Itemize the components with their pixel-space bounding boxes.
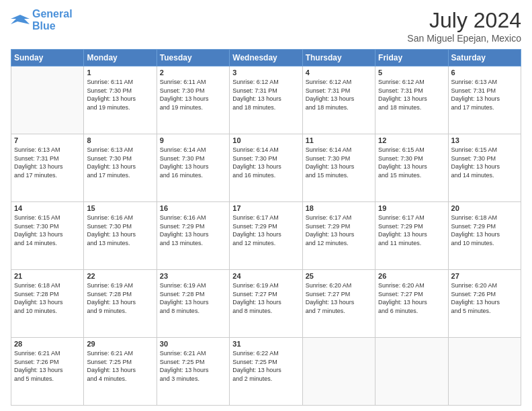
calendar-cell: 27Sunrise: 6:20 AMSunset: 7:26 PMDayligh…: [448, 270, 521, 338]
day-info: Sunrise: 6:20 AMSunset: 7:27 PMDaylight:…: [306, 281, 372, 315]
day-number: 15: [87, 204, 153, 212]
day-info: Sunrise: 6:20 AMSunset: 7:27 PMDaylight:…: [378, 281, 445, 315]
day-number: 10: [232, 136, 299, 144]
calendar-cell: 19Sunrise: 6:17 AMSunset: 7:29 PMDayligh…: [375, 202, 448, 270]
calendar-cell: 18Sunrise: 6:17 AMSunset: 7:29 PMDayligh…: [302, 202, 375, 270]
day-number: 1: [87, 68, 153, 77]
day-info: Sunrise: 6:15 AMSunset: 7:30 PMDaylight:…: [378, 146, 445, 179]
logo-text: General Blue: [32, 8, 73, 32]
calendar-cell: 3Sunrise: 6:12 AMSunset: 7:31 PMDaylight…: [230, 66, 302, 134]
day-info: Sunrise: 6:21 AMSunset: 7:25 PMDaylight:…: [87, 349, 153, 383]
day-info: Sunrise: 6:11 AMSunset: 7:30 PMDaylight:…: [160, 78, 226, 111]
calendar-cell: [11, 66, 84, 134]
col-sunday: Sunday: [11, 50, 84, 66]
day-number: 8: [87, 136, 153, 144]
col-friday: Friday: [375, 50, 448, 66]
day-number: 28: [14, 340, 81, 348]
day-info: Sunrise: 6:18 AMSunset: 7:28 PMDaylight:…: [14, 281, 81, 315]
day-info: Sunrise: 6:15 AMSunset: 7:30 PMDaylight:…: [451, 146, 518, 179]
day-number: 31: [232, 340, 299, 348]
day-number: 21: [14, 272, 81, 280]
day-info: Sunrise: 6:19 AMSunset: 7:27 PMDaylight:…: [232, 281, 299, 315]
day-info: Sunrise: 6:21 AMSunset: 7:26 PMDaylight:…: [14, 349, 81, 383]
calendar-cell: 2Sunrise: 6:11 AMSunset: 7:30 PMDaylight…: [157, 66, 229, 134]
calendar-cell: 17Sunrise: 6:17 AMSunset: 7:29 PMDayligh…: [230, 202, 302, 270]
svg-marker-0: [11, 15, 30, 24]
col-saturday: Saturday: [448, 50, 521, 66]
logo-bird-icon: [11, 12, 30, 28]
day-number: 25: [306, 272, 372, 280]
day-number: 26: [378, 272, 445, 280]
day-info: Sunrise: 6:11 AMSunset: 7:30 PMDaylight:…: [87, 78, 153, 111]
day-info: Sunrise: 6:17 AMSunset: 7:29 PMDaylight:…: [306, 214, 372, 247]
calendar-cell: 21Sunrise: 6:18 AMSunset: 7:28 PMDayligh…: [11, 270, 84, 338]
day-info: Sunrise: 6:13 AMSunset: 7:31 PMDaylight:…: [14, 146, 81, 179]
day-number: 2: [160, 68, 226, 77]
day-info: Sunrise: 6:19 AMSunset: 7:28 PMDaylight:…: [87, 281, 153, 315]
day-number: 5: [378, 68, 445, 77]
calendar-cell: [448, 338, 521, 406]
day-number: 16: [160, 204, 226, 212]
day-number: 3: [232, 68, 299, 77]
day-number: 7: [14, 136, 81, 144]
col-tuesday: Tuesday: [157, 50, 229, 66]
day-number: 19: [378, 204, 445, 212]
day-info: Sunrise: 6:13 AMSunset: 7:30 PMDaylight:…: [87, 146, 153, 179]
calendar-table: Sunday Monday Tuesday Wednesday Thursday…: [11, 49, 521, 406]
day-number: 29: [87, 340, 153, 348]
col-thursday: Thursday: [302, 50, 375, 66]
calendar-cell: 7Sunrise: 6:13 AMSunset: 7:31 PMDaylight…: [11, 134, 84, 202]
calendar-cell: 9Sunrise: 6:14 AMSunset: 7:30 PMDaylight…: [157, 134, 229, 202]
calendar-cell: 10Sunrise: 6:14 AMSunset: 7:30 PMDayligh…: [230, 134, 302, 202]
day-info: Sunrise: 6:14 AMSunset: 7:30 PMDaylight:…: [306, 146, 372, 179]
day-info: Sunrise: 6:12 AMSunset: 7:31 PMDaylight:…: [306, 78, 372, 111]
logo-line2: Blue: [32, 20, 56, 32]
calendar-cell: 29Sunrise: 6:21 AMSunset: 7:25 PMDayligh…: [84, 338, 157, 406]
page: General Blue July 2024 San Miguel Epejan…: [0, 0, 532, 411]
title-block: July 2024 San Miguel Epejan, Mexico: [407, 8, 521, 44]
day-number: 13: [451, 136, 518, 144]
header: General Blue July 2024 San Miguel Epejan…: [11, 8, 521, 44]
day-number: 30: [160, 340, 226, 348]
calendar-cell: 8Sunrise: 6:13 AMSunset: 7:30 PMDaylight…: [84, 134, 157, 202]
day-info: Sunrise: 6:18 AMSunset: 7:29 PMDaylight:…: [451, 214, 518, 247]
col-monday: Monday: [84, 50, 157, 66]
calendar: Sunday Monday Tuesday Wednesday Thursday…: [11, 49, 521, 406]
logo-line1: General: [32, 8, 73, 19]
day-number: 20: [451, 204, 518, 212]
day-info: Sunrise: 6:19 AMSunset: 7:28 PMDaylight:…: [160, 281, 226, 315]
day-number: 24: [232, 272, 299, 280]
day-info: Sunrise: 6:20 AMSunset: 7:26 PMDaylight:…: [451, 281, 518, 315]
calendar-week-4: 21Sunrise: 6:18 AMSunset: 7:28 PMDayligh…: [11, 270, 521, 338]
day-info: Sunrise: 6:13 AMSunset: 7:31 PMDaylight:…: [451, 78, 518, 111]
day-info: Sunrise: 6:14 AMSunset: 7:30 PMDaylight:…: [160, 146, 226, 179]
calendar-week-1: 1Sunrise: 6:11 AMSunset: 7:30 PMDaylight…: [11, 66, 521, 134]
month-title: July 2024: [407, 8, 521, 33]
calendar-cell: 6Sunrise: 6:13 AMSunset: 7:31 PMDaylight…: [448, 66, 521, 134]
header-row: Sunday Monday Tuesday Wednesday Thursday…: [11, 50, 521, 66]
calendar-week-5: 28Sunrise: 6:21 AMSunset: 7:26 PMDayligh…: [11, 338, 521, 406]
calendar-cell: 25Sunrise: 6:20 AMSunset: 7:27 PMDayligh…: [302, 270, 375, 338]
day-info: Sunrise: 6:16 AMSunset: 7:29 PMDaylight:…: [160, 214, 226, 247]
calendar-cell: 16Sunrise: 6:16 AMSunset: 7:29 PMDayligh…: [157, 202, 229, 270]
calendar-cell: 4Sunrise: 6:12 AMSunset: 7:31 PMDaylight…: [302, 66, 375, 134]
day-info: Sunrise: 6:12 AMSunset: 7:31 PMDaylight:…: [378, 78, 445, 111]
calendar-cell: 1Sunrise: 6:11 AMSunset: 7:30 PMDaylight…: [84, 66, 157, 134]
day-number: 4: [306, 68, 372, 77]
calendar-cell: [302, 338, 375, 406]
day-number: 11: [306, 136, 372, 144]
logo: General Blue: [11, 8, 73, 32]
day-number: 23: [160, 272, 226, 280]
day-number: 17: [232, 204, 299, 212]
day-number: 6: [451, 68, 518, 77]
calendar-cell: 20Sunrise: 6:18 AMSunset: 7:29 PMDayligh…: [448, 202, 521, 270]
col-wednesday: Wednesday: [230, 50, 302, 66]
calendar-cell: 11Sunrise: 6:14 AMSunset: 7:30 PMDayligh…: [302, 134, 375, 202]
day-number: 12: [378, 136, 445, 144]
calendar-week-3: 14Sunrise: 6:15 AMSunset: 7:30 PMDayligh…: [11, 202, 521, 270]
calendar-cell: 31Sunrise: 6:22 AMSunset: 7:25 PMDayligh…: [230, 338, 302, 406]
calendar-cell: 13Sunrise: 6:15 AMSunset: 7:30 PMDayligh…: [448, 134, 521, 202]
calendar-cell: 24Sunrise: 6:19 AMSunset: 7:27 PMDayligh…: [230, 270, 302, 338]
calendar-cell: 28Sunrise: 6:21 AMSunset: 7:26 PMDayligh…: [11, 338, 84, 406]
day-number: 22: [87, 272, 153, 280]
